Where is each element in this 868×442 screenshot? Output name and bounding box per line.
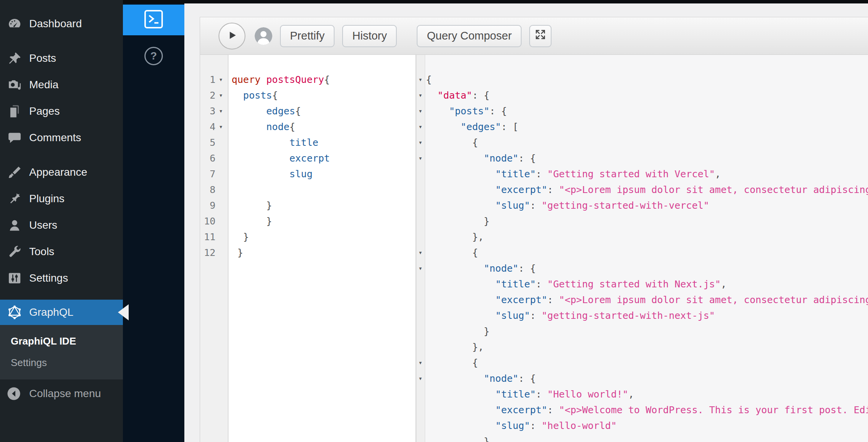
code-line: "edges": [: [426, 119, 868, 135]
sidebar-item-tools[interactable]: Tools: [0, 238, 123, 265]
code-line: }: [232, 213, 416, 229]
gutter-row: [416, 292, 425, 308]
fold-arrow-icon[interactable]: ▾: [416, 72, 424, 87]
submenu-item-graphiql-ide[interactable]: GraphiQL IDE: [0, 330, 123, 352]
fold-arrow-icon[interactable]: ▾: [416, 371, 424, 386]
gutter-row: [416, 308, 425, 323]
code-line: excerpt: [232, 150, 416, 166]
collapse-menu-label: Collapse menu: [29, 388, 101, 400]
fold-spacer: [215, 182, 226, 198]
sidebar-item-plugins[interactable]: Plugins: [0, 185, 123, 212]
fold-spacer: [215, 229, 226, 245]
gutter-row: ▾: [416, 245, 425, 261]
sidebar-item-settings[interactable]: Settings: [0, 265, 123, 291]
code-line: query postsQuery{: [232, 72, 416, 87]
code-line: "excerpt": "<p>Lorem ipsum dolor sit ame…: [426, 292, 868, 308]
code-line: posts{: [232, 87, 416, 103]
fold-arrow-icon[interactable]: ▾: [215, 103, 226, 119]
line-number: 5: [200, 135, 215, 150]
fold-arrow-icon[interactable]: ▾: [416, 355, 424, 371]
gutter-row: ▾: [416, 103, 425, 119]
line-number: 7: [200, 166, 215, 182]
prettify-button[interactable]: Prettify: [280, 25, 335, 47]
code-line: }: [232, 198, 416, 213]
fold-spacer: [416, 386, 424, 402]
gutter-row: [416, 418, 425, 434]
fold-spacer: [416, 229, 424, 245]
gutter-row: [416, 323, 425, 339]
admin-menu: Dashboard Posts Media Pages Commen: [0, 0, 123, 407]
line-number: 2: [200, 87, 215, 103]
fold-arrow-icon[interactable]: ▾: [215, 87, 226, 103]
user-avatar: [255, 27, 272, 45]
fold-spacer: [215, 150, 226, 166]
expand-arrows-icon: [534, 28, 547, 43]
query-composer-button[interactable]: Query Composer: [417, 25, 522, 47]
rail-item-graphiql-terminal[interactable]: [123, 5, 184, 35]
line-number: 6: [200, 150, 215, 166]
sidebar-item-label: Media: [29, 79, 58, 91]
gutter-row: [416, 276, 425, 292]
execute-query-button[interactable]: [219, 23, 245, 49]
fold-arrow-icon[interactable]: ▾: [416, 245, 424, 261]
fold-spacer: [215, 166, 226, 182]
sidebar-item-label: Pages: [29, 105, 60, 117]
code-line: slug: [232, 166, 416, 182]
sidebar-item-posts[interactable]: Posts: [0, 45, 123, 71]
pages-icon: [6, 103, 23, 120]
submenu-item-settings[interactable]: Settings: [0, 352, 123, 373]
result-viewer[interactable]: { "data": { "posts": { "edges": [ { "nod…: [425, 55, 868, 442]
help-circle-icon[interactable]: ?: [144, 47, 163, 65]
history-button[interactable]: History: [342, 25, 397, 47]
menu-separator: [0, 291, 123, 300]
gutter-row: 1▾: [200, 72, 228, 87]
line-number: 9: [200, 198, 215, 213]
graphiql-workspace: 1▾2▾3▾4▾56789101112 query postsQuery{ po…: [200, 55, 868, 442]
fold-arrow-icon[interactable]: ▾: [416, 87, 424, 103]
fold-spacer: [416, 434, 424, 442]
gutter-row: ▾: [416, 119, 425, 135]
sidebar-item-pages[interactable]: Pages: [0, 98, 123, 124]
fold-arrow-icon[interactable]: ▾: [215, 119, 226, 135]
code-line: "node": {: [426, 261, 868, 276]
collapse-menu-button[interactable]: Collapse menu: [0, 380, 123, 407]
graphql-logo-icon: [6, 304, 23, 321]
current-item-arrow: [118, 304, 129, 320]
query-editor[interactable]: query postsQuery{ posts{ edges{ node{ ti…: [229, 55, 416, 442]
sidebar-item-users[interactable]: Users: [0, 212, 123, 238]
sidebar-item-graphql[interactable]: GraphQL: [0, 300, 123, 325]
admin-content: Prettify History Query Composer 1▾2▾3▾4▾…: [184, 0, 868, 442]
fold-spacer: [215, 135, 226, 150]
fold-spacer: [416, 402, 424, 418]
code-line: },: [426, 229, 868, 245]
sidebar-item-media[interactable]: Media: [0, 71, 123, 98]
help-glyph: ?: [150, 50, 157, 62]
code-line: "excerpt": "<p>Lorem ipsum dolor sit ame…: [426, 182, 868, 198]
code-line: "data": {: [426, 87, 868, 103]
fold-spacer: [215, 245, 226, 261]
code-line: "title": "Getting started with Next.js",: [426, 276, 868, 292]
graphiql-toolbar: Prettify History Query Composer: [200, 17, 868, 55]
fold-arrow-icon[interactable]: ▾: [416, 261, 424, 276]
sidebar-item-appearance[interactable]: Appearance: [0, 159, 123, 185]
fold-arrow-icon[interactable]: ▾: [215, 72, 226, 87]
code-line: "slug": "hello-world": [426, 418, 868, 434]
sidebar-item-label: Posts: [29, 52, 56, 64]
fold-arrow-icon[interactable]: ▾: [416, 135, 424, 150]
code-line: }: [426, 213, 868, 229]
gutter-row: 2▾: [200, 87, 228, 103]
sidebar-item-label: Plugins: [29, 193, 65, 205]
fold-spacer: [215, 213, 226, 229]
sidebar-item-comments[interactable]: Comments: [0, 124, 123, 151]
fold-arrow-icon[interactable]: ▾: [416, 150, 424, 166]
camera-icon: [6, 76, 23, 93]
wp-admin-sidebar: Dashboard Posts Media Pages Commen: [0, 0, 123, 442]
play-icon: [225, 29, 239, 43]
sidebar-item-label: Appearance: [29, 166, 87, 178]
sidebar-item-dashboard[interactable]: Dashboard: [0, 10, 123, 37]
fold-arrow-icon[interactable]: ▾: [416, 119, 424, 135]
plug-icon: [6, 190, 23, 207]
fold-arrow-icon[interactable]: ▾: [416, 103, 424, 119]
fullscreen-button[interactable]: [529, 25, 552, 47]
gutter-row: 12: [200, 245, 228, 261]
